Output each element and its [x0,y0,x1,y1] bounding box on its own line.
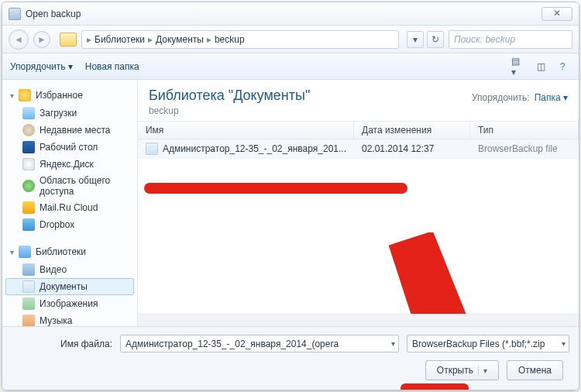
sidebar: ▾ Избранное Загрузки Недавние места Рабо… [2,80,138,326]
dropbox-icon [22,218,35,231]
sidebar-item-dropbox[interactable]: Dropbox [5,216,134,233]
navbar: ◄ ► ▸ Библиотеки ▸ Документы ▸ beckup ▾ … [2,26,579,53]
cancel-button[interactable]: Отмена [507,360,563,380]
toolbar: Упорядочить ▾ Новая папка ▤ ▾ ◫ ? [2,53,579,80]
refresh-button[interactable]: ↻ [427,31,444,48]
sidebar-item-downloads[interactable]: Загрузки [5,105,134,122]
breadcrumb[interactable]: ▸ Библиотеки ▸ Документы ▸ beckup [81,30,399,49]
library-title: Библиотека "Документы" [149,88,310,104]
yandex-disk-icon [22,158,35,170]
desktop-icon [22,141,35,153]
new-folder-button[interactable]: Новая папка [85,61,139,72]
sidebar-item-mailru[interactable]: Mail.Ru Cloud [5,199,134,216]
library-subtitle: beckup [149,105,310,116]
document-icon [22,280,35,293]
search-placeholder: Поиск: beckup [454,34,515,45]
open-file-dialog: Open backup ✕ ◄ ► ▸ Библиотеки ▸ Докумен… [2,2,579,390]
view-options-button[interactable]: ▤ ▾ [511,59,528,74]
column-headers[interactable]: Имя Дата изменения Тип [138,121,579,139]
file-icon [146,143,158,155]
col-date[interactable]: Дата изменения [354,122,470,139]
sidebar-item-documents[interactable]: Документы [5,278,134,295]
crumb[interactable]: beckup [215,34,245,45]
window-title: Open backup [26,9,81,19]
app-icon [9,8,21,20]
titlebar: Open backup ✕ [2,2,579,26]
svg-marker-0 [370,232,509,314]
dropdown-history-button[interactable]: ▾ [407,31,424,48]
preview-pane-button[interactable]: ◫ [532,59,549,74]
forward-button[interactable]: ► [33,31,50,48]
open-split-dropdown[interactable]: ▾ [478,366,487,375]
file-type: BrowserBackup file [470,140,579,157]
annotation-redbar-2 [401,383,469,390]
folder-icon [60,33,77,46]
crumb[interactable]: Библиотеки [95,34,145,45]
filetype-filter[interactable]: BrowserBackup Files (*.bbf;*.zip [407,335,569,352]
sidebar-item-recent[interactable]: Недавние места [5,122,134,139]
libraries-group[interactable]: ▾ Библиотеки [5,242,134,261]
file-name: Администратор_12-35_-_02_января_201... [163,143,346,154]
file-date: 02.01.2014 12:37 [354,140,470,157]
col-type[interactable]: Тип [470,122,579,139]
mailru-icon [22,201,35,214]
download-icon [22,107,35,119]
annotation-redbar [144,183,407,194]
arrange-by[interactable]: Упорядочить: Папка ▾ [472,88,568,103]
favorites-group[interactable]: ▾ Избранное [5,86,134,105]
crumb[interactable]: Документы [156,34,204,45]
share-icon [22,180,35,192]
sidebar-item-pictures[interactable]: Изображения [5,295,134,312]
star-icon [19,89,31,101]
sidebar-item-desktop[interactable]: Рабочий стол [5,139,134,156]
sidebar-item-music[interactable]: Музыка [5,312,134,326]
recent-icon [22,124,35,136]
filename-combo[interactable]: Администратор_12-35_-_02_января_2014_(op… [120,335,399,352]
help-button[interactable]: ? [554,59,571,74]
open-button[interactable]: Открыть▾ [425,360,499,380]
music-icon [22,315,35,326]
filename-label: Имя файла: [12,339,112,349]
sidebar-item-public[interactable]: Область общего доступа [5,173,134,199]
annotation-arrow [370,232,509,314]
libraries-icon [19,246,31,258]
bottom-panel: Имя файла: Администратор_12-35_-_02_янва… [2,326,579,390]
pictures-icon [22,297,35,310]
search-input[interactable]: Поиск: beckup [449,30,572,49]
file-list[interactable]: Администратор_12-35_-_02_января_201... 0… [138,139,579,314]
back-button[interactable]: ◄ [9,29,29,50]
col-name[interactable]: Имя [138,122,354,139]
sidebar-item-yandex-disk[interactable]: Яндекс.Диск [5,156,134,173]
organize-menu[interactable]: Упорядочить ▾ [10,61,73,72]
file-row[interactable]: Администратор_12-35_-_02_января_201... 0… [138,139,579,159]
arrange-by-value[interactable]: Папка ▾ [535,92,568,103]
sidebar-item-videos[interactable]: Видео [5,261,134,278]
video-icon [22,263,35,276]
file-list-pane: Библиотека "Документы" beckup Упорядочит… [138,80,579,326]
horizontal-scrollbar[interactable] [138,314,579,326]
close-button[interactable]: ✕ [541,7,572,21]
